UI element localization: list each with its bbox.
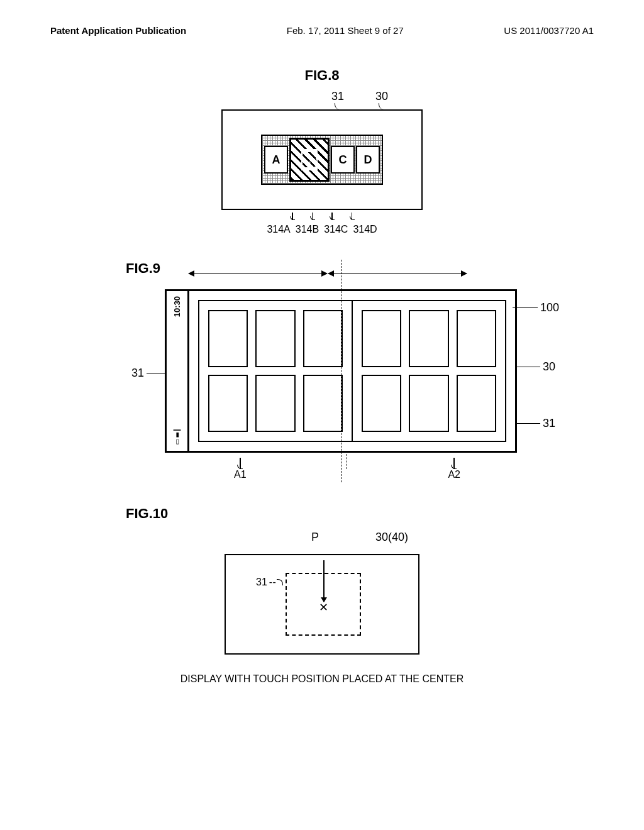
fig8-top-leader-lines: [335, 103, 385, 109]
fig8-label-314a: 314A: [267, 224, 290, 235]
fig8-bottom-labels: 314A 314B 314C 314D: [267, 224, 377, 235]
header-mid: Feb. 17, 2011 Sheet 9 of 27: [287, 25, 404, 36]
fig9-screen: [189, 291, 515, 451]
fig9-label-a1: A1: [234, 469, 247, 480]
fig10-ref-p: P: [311, 531, 319, 544]
fig10-label: FIG.10: [126, 506, 168, 522]
fig9-ref-31-left: 31: [131, 367, 165, 380]
fig10-ref-30-40: 30(40): [375, 531, 408, 544]
fig9-icon: [457, 375, 496, 432]
fig8-label-314c: 314C: [324, 224, 348, 235]
fig9-icon: [362, 310, 401, 367]
fig9-panel-a2: [352, 300, 506, 442]
page-header: Patent Application Publication Feb. 17, …: [38, 25, 606, 36]
fig8-ref-31: 31: [331, 90, 344, 103]
figure-9: FIG.9 10:30 ▯▮┃: [38, 260, 606, 480]
fig8-bottom-ticks: [292, 213, 352, 220]
fig8-label-314b: 314B: [296, 224, 319, 235]
fig9-icon: [457, 310, 496, 367]
fig9-icon: [303, 375, 343, 432]
fig9-ref-30: 30: [515, 360, 555, 374]
figure-10: FIG.10 P 30(40) ✕ 31 - - DISPLAY WITH TO…: [38, 506, 606, 685]
fig9-status-bar: 10:30 ▯▮┃: [167, 291, 189, 451]
fig8-outer-box: A B C D: [221, 109, 423, 210]
fig10-top-refs: P 30(40): [311, 531, 408, 544]
fig9-ref-100: 100: [513, 301, 559, 314]
header-left: Patent Application Publication: [50, 25, 186, 36]
fig10-ref-31: 31 - -: [256, 577, 283, 588]
fig8-cell-a: A: [264, 146, 288, 174]
fig8-ref-30: 30: [375, 90, 388, 103]
fig9-icon: [255, 310, 295, 367]
fig9-icon: [362, 375, 401, 432]
fig9-icon: [303, 310, 343, 367]
fig9-icon: [208, 310, 248, 367]
fig9-top-arrows: [189, 273, 467, 274]
fig9-icon: [409, 375, 448, 432]
fig8-cell-d: D: [356, 146, 380, 174]
fig9-ref-31-right: 31: [515, 417, 555, 430]
fig9-label-a2: A2: [448, 469, 460, 480]
fig9-signal-icon: ▯▮┃: [174, 428, 180, 446]
fig9-icon: [409, 310, 448, 367]
fig9-device: 10:30 ▯▮┃: [165, 289, 517, 453]
fig10-caption: DISPLAY WITH TOUCH POSITION PLACED AT TH…: [180, 673, 464, 685]
fig8-cell-c: C: [331, 146, 355, 174]
fig8-label-314d: 314D: [353, 224, 377, 235]
fig9-panel-a1: [198, 300, 353, 442]
fig8-cell-b: B: [289, 138, 330, 182]
fig8-top-refs: 31 30: [331, 90, 388, 103]
fig9-label: FIG.9: [126, 260, 606, 277]
fig8-strip: A B C D: [261, 135, 383, 185]
fig9-icon: [208, 375, 248, 432]
fig8-label: FIG.8: [304, 67, 339, 84]
fig9-time: 10:30: [172, 296, 182, 317]
fig9-bottom-labels: A1 A2: [184, 458, 511, 480]
fig9-icon: [255, 375, 295, 432]
header-right: US 2011/0037720 A1: [504, 25, 594, 36]
fig10-outer-box: ✕ 31 - -: [225, 554, 419, 655]
figure-8: FIG.8 31 30 A B C D 314A 314B 314C 314D: [38, 67, 606, 235]
fig10-touch-point: ✕: [319, 600, 328, 614]
